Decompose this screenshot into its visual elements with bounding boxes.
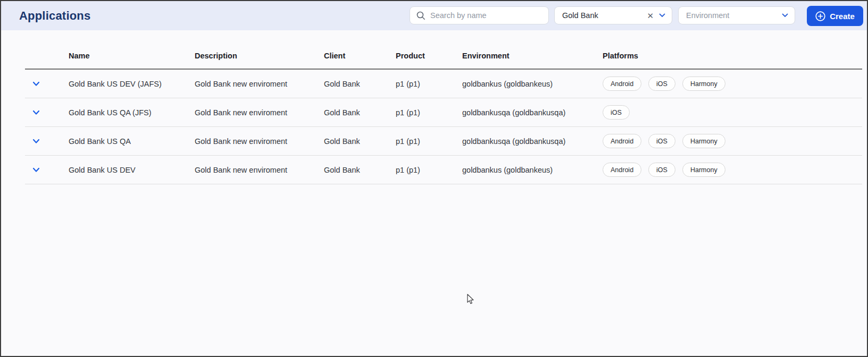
expand-row-button[interactable] — [30, 137, 42, 146]
page-title: Applications — [19, 9, 90, 23]
table-header-platforms: Platforms — [603, 52, 862, 60]
cell-description: Gold Bank new enviroment — [195, 80, 324, 88]
cell-name: Gold Bank US DEV — [69, 166, 195, 174]
expand-row-button[interactable] — [30, 79, 42, 89]
environment-filter-placeholder: Environment — [686, 11, 782, 20]
platform-badge: iOS — [648, 163, 675, 177]
expand-row-button[interactable] — [30, 165, 42, 175]
platform-badge: Android — [603, 163, 641, 177]
table-row[interactable]: Gold Bank US DEV (JAFS) Gold Bank new en… — [25, 70, 862, 98]
expand-cell — [25, 79, 69, 89]
cell-client: Gold Bank — [324, 137, 396, 146]
cell-client: Gold Bank — [324, 108, 396, 117]
cell-platforms: AndroidiOSHarmony — [603, 163, 862, 177]
topbar: Applications Gold Bank ✕ Environment — [1, 1, 867, 30]
cell-platforms: iOS — [603, 105, 862, 120]
create-button-label: Create — [830, 12, 855, 21]
platform-badge: Android — [603, 134, 641, 148]
mouse-cursor — [467, 294, 475, 307]
platform-badge: Harmony — [682, 76, 725, 91]
expand-cell — [25, 137, 69, 146]
client-filter-select[interactable]: Gold Bank ✕ — [554, 6, 672, 24]
platform-badge: iOS — [648, 76, 675, 91]
cell-description: Gold Bank new enviroment — [195, 166, 324, 174]
applications-table: NameDescriptionClientProductEnvironmentP… — [25, 30, 862, 184]
cell-environment: goldbankusqa (goldbankusqa) — [462, 108, 603, 117]
cell-client: Gold Bank — [324, 80, 396, 88]
platform-badge: Harmony — [682, 163, 725, 177]
cell-product: p1 (p1) — [396, 137, 462, 146]
plus-circle-icon — [815, 11, 825, 21]
table-header-product: Product — [396, 52, 462, 60]
platform-badge: Harmony — [682, 134, 725, 148]
cell-product: p1 (p1) — [396, 80, 462, 88]
table-body: Gold Bank US DEV (JAFS) Gold Bank new en… — [25, 70, 862, 184]
search-icon — [416, 11, 425, 20]
cell-environment: goldbankus (goldbankeus) — [462, 166, 603, 174]
cell-product: p1 (p1) — [396, 166, 462, 174]
chevron-down-icon[interactable] — [782, 13, 788, 18]
cell-name: Gold Bank US QA (JFS) — [69, 108, 195, 117]
chevron-down-icon — [32, 139, 40, 144]
client-filter-value: Gold Bank — [562, 11, 647, 20]
chevron-down-icon — [32, 167, 40, 173]
cell-description: Gold Bank new enviroment — [195, 108, 324, 117]
expand-row-button[interactable] — [30, 108, 42, 117]
table-row[interactable]: Gold Bank US QA (JFS) Gold Bank new envi… — [25, 98, 862, 127]
platform-badge: iOS — [603, 105, 630, 120]
search-input[interactable] — [430, 11, 542, 20]
chevron-down-icon — [32, 81, 40, 87]
cell-platforms: AndroidiOSHarmony — [603, 134, 862, 148]
table-row[interactable]: Gold Bank US QA Gold Bank new enviroment… — [25, 127, 862, 156]
cell-platforms: AndroidiOSHarmony — [603, 76, 862, 91]
environment-filter-select[interactable]: Environment — [678, 6, 795, 24]
search-box[interactable] — [410, 6, 549, 24]
applications-page: { "page": { "title": "Applications" }, "… — [0, 0, 868, 357]
cell-environment: goldbankus (goldbankeus) — [462, 80, 603, 88]
table-header-name: Name — [69, 52, 195, 60]
chevron-down-icon[interactable] — [659, 13, 665, 18]
table-header-description: Description — [195, 52, 324, 60]
table-row[interactable]: Gold Bank US DEV Gold Bank new enviromen… — [25, 156, 862, 184]
chevron-down-icon — [32, 110, 40, 115]
cell-environment: goldbankusqa (goldbankusqa) — [462, 137, 603, 146]
platform-badge: Android — [603, 76, 641, 91]
table-header-environment: Environment — [462, 52, 603, 60]
expand-cell — [25, 108, 69, 117]
cell-client: Gold Bank — [324, 166, 396, 174]
clear-filter-icon[interactable]: ✕ — [647, 12, 654, 20]
table-header-client: Client — [324, 52, 396, 60]
expand-cell — [25, 165, 69, 175]
cell-name: Gold Bank US DEV (JAFS) — [69, 80, 195, 88]
cell-description: Gold Bank new enviroment — [195, 137, 324, 146]
create-button[interactable]: Create — [807, 6, 863, 26]
platform-badge: iOS — [648, 134, 675, 148]
cell-product: p1 (p1) — [396, 108, 462, 117]
cell-name: Gold Bank US QA — [69, 137, 195, 146]
table-header-row: NameDescriptionClientProductEnvironmentP… — [25, 30, 862, 70]
